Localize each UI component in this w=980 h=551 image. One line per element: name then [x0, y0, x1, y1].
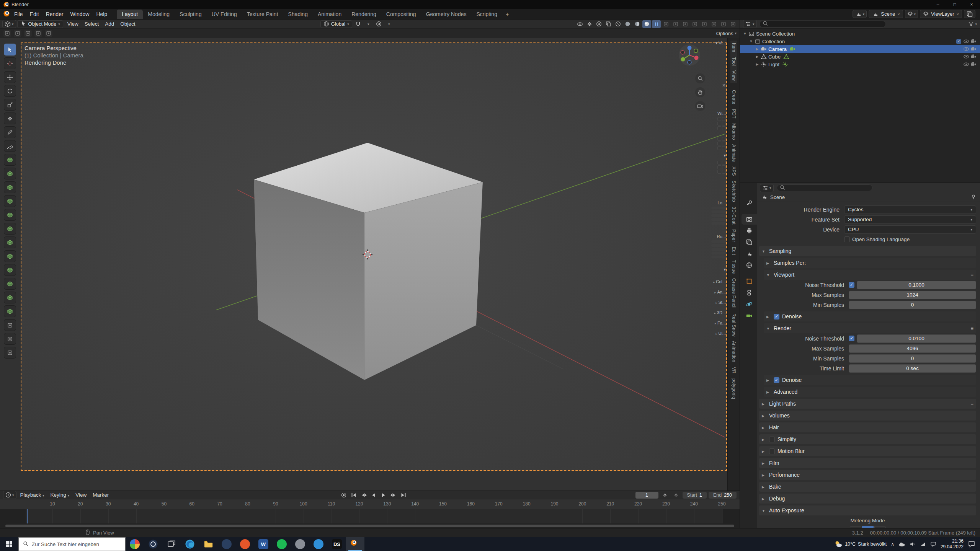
- taskbar-blender-icon[interactable]: [346, 537, 364, 551]
- field-time-limit[interactable]: 0 sec: [849, 364, 976, 373]
- close-button[interactable]: ×: [963, 0, 980, 9]
- panel-sampling[interactable]: Sampling: [759, 246, 976, 256]
- timeline-menu-playback[interactable]: Playback: [17, 492, 47, 498]
- sidebar-tab-xps[interactable]: XPS: [730, 164, 737, 178]
- sidebar-tab-create[interactable]: Create: [730, 88, 737, 107]
- properties-editor-type-button[interactable]: [760, 184, 774, 192]
- properties-tab-tool[interactable]: [742, 198, 757, 209]
- tool-annotate[interactable]: [4, 126, 16, 138]
- jump-to-end-button[interactable]: [399, 492, 408, 499]
- taskbar-app-colorful-icon[interactable]: [126, 537, 144, 551]
- outliner-row-scene-collection[interactable]: ▼Scene Collection: [740, 30, 980, 37]
- proportional-editing-toggle[interactable]: [374, 20, 383, 28]
- tool-addon-5[interactable]: [4, 209, 16, 221]
- unlink-icon[interactable]: ×: [957, 12, 959, 16]
- taskbar-daz-studio-icon[interactable]: DS: [328, 537, 346, 551]
- tool-cursor[interactable]: [4, 57, 16, 69]
- header-addon-icon[interactable]: [700, 20, 709, 28]
- sidebar-tab-tool[interactable]: Tool: [730, 55, 737, 68]
- tool-addon-8[interactable]: [4, 250, 16, 262]
- taskbar-cortana-icon[interactable]: [144, 537, 162, 551]
- keying-set-dropdown[interactable]: [660, 492, 670, 499]
- sidebar-collapsed-rotation-label[interactable]: Ro...: [717, 234, 726, 239]
- panel-debug[interactable]: Debug: [759, 494, 976, 504]
- taskbar-edge-icon[interactable]: [181, 537, 199, 551]
- tool-addon-11[interactable]: [4, 292, 16, 303]
- tool-addon-14[interactable]: [4, 333, 16, 345]
- action-center-icon[interactable]: [968, 540, 975, 548]
- hide-in-viewport-toggle[interactable]: [962, 38, 970, 44]
- taskbar-task-view-icon[interactable]: [162, 537, 181, 551]
- pause-render-button[interactable]: [652, 20, 661, 28]
- field-noise-threshold[interactable]: 0.0100: [857, 334, 976, 343]
- outliner-search-input[interactable]: [760, 21, 886, 28]
- taskbar-search-input[interactable]: Zur Suche Text hier eingeben: [18, 537, 126, 551]
- collapsed-panel-an[interactable]: An...: [714, 290, 726, 294]
- workspace-tab-geometry-nodes[interactable]: Geometry Nodes: [421, 10, 472, 19]
- sidebar-tab-item[interactable]: Item: [730, 41, 737, 55]
- panel-denoise[interactable]: Denoise: [764, 311, 976, 321]
- pin-icon[interactable]: [970, 194, 976, 201]
- tool-rotate[interactable]: [4, 85, 16, 97]
- properties-tab-object-data[interactable]: [742, 310, 757, 321]
- collapsed-panel-ul[interactable]: Ul...: [715, 331, 726, 336]
- workspace-tab-scripting[interactable]: Scripting: [471, 10, 502, 19]
- tool-select-box[interactable]: [4, 44, 16, 55]
- timeline-menu-marker[interactable]: Marker: [90, 492, 112, 498]
- snap-toggle[interactable]: [354, 20, 363, 28]
- disable-in-renders-toggle[interactable]: [970, 46, 977, 52]
- panel-simplify[interactable]: Simplify: [759, 434, 976, 444]
- tool-addon-6[interactable]: [4, 223, 16, 235]
- outliner-row-camera[interactable]: ▶Camera: [740, 45, 980, 53]
- timeline-menu-view[interactable]: View: [72, 492, 90, 498]
- hide-in-viewport-toggle[interactable]: [962, 61, 970, 67]
- proportional-falloff-dropdown[interactable]: [385, 20, 394, 28]
- taskbar-spotify-icon[interactable]: [273, 537, 291, 551]
- outliner-editor-type-button[interactable]: [743, 20, 757, 28]
- workspace-tab-rendering[interactable]: Rendering: [346, 10, 381, 19]
- snapping-dropdown[interactable]: [364, 20, 373, 28]
- properties-tab-scene[interactable]: [742, 248, 757, 259]
- panel-motion-blur[interactable]: Motion Blur: [759, 446, 976, 456]
- overlays-button[interactable]: [595, 20, 603, 28]
- header-addon-icon[interactable]: [709, 20, 718, 28]
- timeline-scrollbar[interactable]: [0, 523, 740, 528]
- show-hidden-icons-button[interactable]: ∧: [891, 541, 894, 547]
- workspace-tab-texture-paint[interactable]: Texture Paint: [242, 10, 283, 19]
- sidebar-tab-paper[interactable]: Paper: [730, 227, 737, 245]
- play-reverse-button[interactable]: [369, 492, 378, 499]
- checkbox-open-shading-language[interactable]: [844, 236, 850, 242]
- sidebar-tab-edit[interactable]: Edit: [730, 245, 737, 258]
- timeline-ruler[interactable]: 1020304050607080901001101201301401501601…: [0, 499, 740, 509]
- frame-end-field[interactable]: End250: [709, 492, 737, 499]
- header-addon-icon[interactable]: [681, 20, 689, 28]
- chevron-down-icon[interactable]: ▾: [724, 267, 726, 272]
- tool-addon-3[interactable]: [4, 181, 16, 193]
- field-noise-threshold[interactable]: 0.1000: [857, 281, 976, 289]
- outliner-filter-button[interactable]: [968, 21, 977, 27]
- sidebar-tab-sketchfab[interactable]: Sketchfab: [730, 178, 737, 204]
- workspace-tab-layout[interactable]: Layout: [117, 10, 143, 19]
- viewport-canvas[interactable]: Camera Perspective (1) Collection | Came…: [0, 38, 727, 491]
- gizmos-button[interactable]: [585, 20, 594, 28]
- toggle-camera-view-button[interactable]: [695, 101, 705, 111]
- properties-tab-physics[interactable]: [742, 299, 757, 310]
- header-addon-icon[interactable]: [728, 20, 737, 28]
- tool-settings-icon[interactable]: [34, 30, 42, 37]
- expand-arrow[interactable]: ▶: [755, 55, 760, 59]
- transform-orientation-selector[interactable]: Global: [320, 20, 352, 28]
- mode-selector[interactable]: Object Mode: [17, 20, 63, 28]
- sidebar-collapsed-window-label[interactable]: Wi...: [717, 111, 726, 116]
- current-frame-field[interactable]: 1: [635, 492, 658, 499]
- expand-arrow-open[interactable]: ▼: [742, 32, 748, 36]
- sidebar-tab-view[interactable]: View: [730, 68, 737, 83]
- tool-settings-icon[interactable]: [13, 30, 22, 37]
- timeline-track-area[interactable]: 1 10203040506070809010011012013014015016…: [0, 499, 740, 528]
- field-min-samples[interactable]: 0: [849, 354, 976, 363]
- sidebar-tab-mixamo[interactable]: Mixamo: [730, 121, 737, 142]
- collapsed-panel-fa[interactable]: Fa...: [715, 321, 726, 325]
- panel-light-paths[interactable]: Light Paths≡: [759, 399, 976, 409]
- viewport-menu-select[interactable]: Select: [82, 21, 102, 27]
- menu-help[interactable]: Help: [93, 10, 111, 18]
- timeline-editor-type-button[interactable]: [3, 491, 16, 499]
